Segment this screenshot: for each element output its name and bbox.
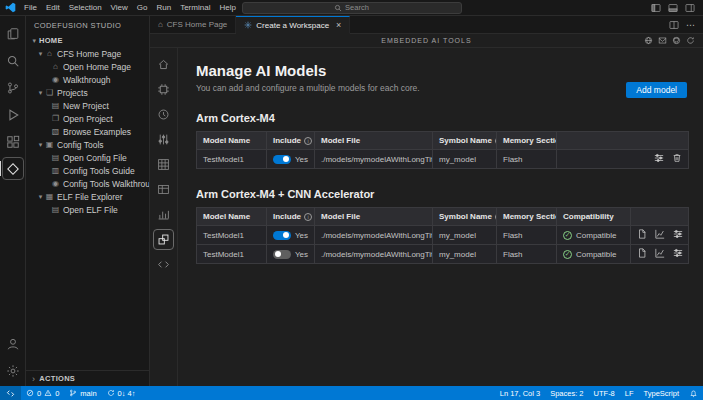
include-toggle[interactable] [273,155,291,164]
accounts-icon[interactable] [2,332,24,355]
chevron-right-icon: › [32,374,35,384]
settings-gear-icon[interactable] [2,359,24,382]
toggle-secondary-sidebar-icon[interactable] [685,3,695,13]
code-icon[interactable] [153,254,174,275]
compatibility-cell: ✓ Compatible [557,226,631,245]
options-sliders-icon[interactable] [673,248,683,258]
clock-icon[interactable] [153,104,174,125]
encoding-setting[interactable]: UTF-8 [589,386,620,400]
webview-toolbar: EMBEDDED AI TOOLS [150,34,703,48]
run-debug-icon[interactable] [2,103,24,126]
split-editor-icon[interactable] [669,20,679,30]
pinout-grid-icon[interactable] [153,154,174,175]
tree-item-cfs-home-page[interactable]: ▾ ⌂ CFS Home Page [26,47,149,60]
tree-item-open-elf-file[interactable]: ▤ Open ELF File [26,203,149,216]
remote-indicator[interactable] [0,386,21,400]
tab-create-a-workspace[interactable]: Create a Workspace × [236,16,350,34]
eol-setting[interactable]: LF [620,386,639,400]
tree-item-config-tools-guide[interactable]: ▥ Config Tools Guide [26,164,149,177]
language-mode[interactable]: TypeScript [639,386,684,400]
explorer-icon[interactable] [2,22,24,45]
github-icon[interactable] [672,36,681,45]
home-icon: ⌂ [51,62,60,71]
notifications-bell[interactable] [684,386,703,400]
memory-section-cell: Flash [497,245,557,264]
include-toggle[interactable] [273,231,291,240]
info-icon[interactable]: i [304,137,312,145]
tree-item-walkthrough[interactable]: ◉ Walkthrough [26,73,149,86]
tree-item-label: CFS Home Page [57,49,121,59]
model-file-cell: ./models/mymodelAWithLongTitle.t... [315,226,433,245]
extensions-icon[interactable] [2,130,24,153]
search-sidebar-icon[interactable] [2,49,24,72]
info-icon[interactable]: i [304,213,312,221]
include-label: Yes [295,250,308,259]
problems-indicator[interactable]: 0 0 [21,386,64,400]
tree-item-label: Config Tools Guide [63,166,135,176]
git-sync-indicator[interactable]: 0↓ 4↑ [102,386,141,400]
status-bar: 0 0 main 0↓ 4↑ Ln 17, Col 3 Spaces: 2 UT… [0,386,703,400]
include-toggle[interactable] [273,250,291,259]
chart-icon[interactable] [153,204,174,225]
add-model-button[interactable]: Add model [626,82,687,98]
tree-item-new-project[interactable]: ▤ New Project [26,99,149,112]
tree-item-open-home-page[interactable]: ⌂ Open Home Page [26,60,149,73]
toggle-sidebar-icon[interactable] [651,3,661,13]
close-icon[interactable]: × [336,20,341,30]
search-input[interactable]: Search [242,2,462,14]
file-report-icon[interactable] [637,248,647,258]
git-branch-indicator[interactable]: main [64,386,101,400]
tab-cfs-home-page[interactable]: ⌂ CFS Home Page [150,16,236,33]
globe-icon[interactable] [644,36,653,45]
tree-item-label: Walkthrough [63,75,110,85]
tree-item-browse-examples[interactable]: ▧ Browse Examples [26,125,149,138]
menu-file[interactable]: File [20,2,41,13]
chevron-down-icon: ▾ [36,89,45,97]
tree-item-config-tools[interactable]: ▾ ▣ Config Tools [26,138,149,151]
mail-icon[interactable] [658,36,667,45]
file-report-icon[interactable] [637,229,647,239]
menu-edit[interactable]: Edit [42,2,64,13]
manage-ai-models-page: Manage AI Models You can add and configu… [178,48,703,386]
sidebar-actions-section[interactable]: › ACTIONS [26,370,149,386]
symbol-name-cell: my_model [433,245,497,264]
indentation-setting[interactable]: Spaces: 2 [545,386,588,400]
compatibility-label: Compatible [576,250,616,259]
cortex-m4-cnn-table: Model Name Includei Model File Symbol Na… [196,207,689,264]
options-sliders-icon[interactable] [654,153,664,163]
menu-selection[interactable]: Selection [65,2,106,13]
more-actions-icon[interactable]: ⋯ [686,20,695,30]
trash-icon[interactable] [672,153,682,163]
table-icon[interactable] [153,179,174,200]
codefusion-tools-icon[interactable] [2,157,24,180]
menu-go[interactable]: Go [133,2,152,13]
menu-view[interactable]: View [107,2,132,13]
menu-run[interactable]: Run [152,2,175,13]
warning-count: 0 [55,389,59,398]
home-icon[interactable] [153,54,174,75]
tree-item-open-config-file[interactable]: ▤ Open Config File [26,151,149,164]
graph-icon[interactable] [655,229,665,239]
tree-item-projects[interactable]: ▾ ❏ Projects [26,86,149,99]
cursor-position[interactable]: Ln 17, Col 3 [495,386,545,400]
tool-rail [150,48,178,386]
menu-terminal[interactable]: Terminal [176,2,214,13]
tree-item-elf-file-explorer[interactable]: ▾ ▦ ELF File Explorer [26,190,149,203]
tree-section-home[interactable]: ▾ HOME [26,34,149,47]
column-header: Memory Section [497,132,557,150]
tree-item-config-tools-walkthrough[interactable]: ◉ Config Tools Walkthrough [26,177,149,190]
toggle-panel-icon[interactable] [668,3,678,13]
source-control-icon[interactable] [2,76,24,99]
menu-help[interactable]: Help [215,2,239,13]
column-header: Compatibility [557,208,631,226]
tree-item-open-project[interactable]: ❐ Open Project [26,112,149,125]
refresh-icon[interactable] [686,36,695,45]
graph-icon[interactable] [655,248,665,258]
config-sliders-icon[interactable] [153,129,174,150]
chip-icon[interactable] [153,79,174,100]
ai-models-icon[interactable] [153,229,174,250]
column-header: Includei [267,132,315,150]
title-bar: File Edit Selection View Go Run Terminal… [0,0,703,16]
walkthrough-icon: ◉ [51,75,60,84]
options-sliders-icon[interactable] [673,229,683,239]
